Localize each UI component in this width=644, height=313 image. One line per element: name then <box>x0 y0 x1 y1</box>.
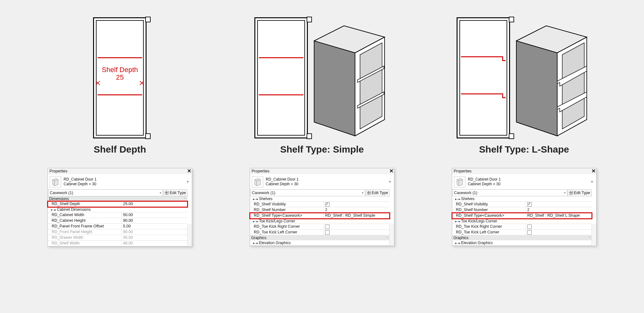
svg-rect-37 <box>571 193 573 194</box>
scrollbar[interactable] <box>187 224 192 246</box>
cabinet-front-elevation <box>457 17 510 138</box>
properties-panel: Properties ✕ RD_Cabinet Door 1 Cabinet D… <box>47 168 192 247</box>
shelf-line <box>97 57 142 58</box>
panel-title: Properties <box>252 169 269 173</box>
chevron-down-icon[interactable]: ▼ <box>186 179 190 185</box>
family-thumbnail-icon <box>50 176 61 187</box>
edit-type-button[interactable]: Edit Type <box>568 189 592 196</box>
svg-rect-20 <box>369 191 370 193</box>
subgroup-toe-kick[interactable]: Toe Kick/Legs Corner <box>250 219 390 224</box>
subgroup-elevation-graphics[interactable]: Elevation Graphics <box>250 240 390 246</box>
cabinet-front-elevation <box>254 17 308 138</box>
type-selector[interactable]: RD_Cabinet Door 1 Cabinet Depth = 30 ▼ <box>48 174 192 189</box>
group-header-graphics[interactable]: Graphics⌃ <box>250 235 390 240</box>
type-selector[interactable]: RD_Cabinet Door 1Cabinet Depth = 30 ▼ <box>452 174 596 189</box>
svg-marker-0 <box>53 178 58 186</box>
type-selector[interactable]: RD_Cabinet Door 1Cabinet Depth = 30 ▼ <box>250 174 394 189</box>
shelf-line <box>259 57 303 58</box>
properties-panel: Properties ✕ RD_Cabinet Door 1Cabinet De… <box>452 168 597 246</box>
svg-rect-21 <box>367 193 369 194</box>
chevron-down-icon[interactable]: ▼ <box>388 179 392 185</box>
property-row[interactable]: RD_Panel Front Frame Offset5.00 <box>48 224 187 229</box>
shelf-l-line <box>461 56 506 61</box>
dimension-label: Shelf Depth 25 <box>93 66 147 81</box>
panel-title: Properties <box>49 169 67 173</box>
checkbox[interactable] <box>527 202 532 207</box>
close-icon[interactable]: ✕ <box>389 169 393 174</box>
property-row[interactable]: RD_Drawer Width45.00 <box>48 235 187 241</box>
edit-type-icon <box>569 191 573 195</box>
category-filter-dropdown[interactable]: Casework (1)▾ <box>250 189 365 196</box>
family-thumbnail-icon <box>252 176 263 187</box>
subgroup-shelves[interactable]: Shelves <box>452 196 592 202</box>
svg-rect-34 <box>569 191 571 193</box>
shelf-l-line <box>461 93 506 98</box>
property-row[interactable]: RD_Shelf Number2 <box>250 207 390 213</box>
category-filter-dropdown[interactable]: Casework (1)▾ <box>452 189 567 196</box>
shelf-line <box>259 94 303 95</box>
close-icon[interactable]: ✕ <box>591 169 596 174</box>
property-row-highlighted[interactable]: RD_Shelf Type<Casework> RD_Shelf : RD_Sh… <box>452 213 592 219</box>
checkbox[interactable] <box>527 230 532 235</box>
svg-marker-10 <box>314 41 355 136</box>
svg-rect-4 <box>165 191 166 193</box>
family-thumbnail-icon <box>454 176 465 187</box>
svg-rect-6 <box>165 193 166 194</box>
svg-marker-30 <box>457 178 463 186</box>
subgroup-shelves[interactable]: Shelves <box>250 196 390 202</box>
svg-rect-7 <box>167 193 168 194</box>
edit-type-button[interactable]: Edit Type <box>163 189 187 196</box>
cabinet-3d-view <box>507 13 592 138</box>
svg-marker-12 <box>360 43 382 129</box>
property-row[interactable]: RD_Cabinet Width50.00 <box>48 212 187 218</box>
property-row[interactable]: RD_Cabinet Height90.00 <box>48 218 187 224</box>
property-row[interactable]: RD_Shelf Number2 <box>452 207 592 213</box>
cabinet-3d-view <box>305 13 390 138</box>
property-row[interactable]: RD_Toe Kick Right Corner <box>452 224 592 230</box>
property-row[interactable]: RD_Toe Kick Left Corner <box>452 230 592 235</box>
svg-rect-36 <box>569 193 571 194</box>
property-row[interactable]: RD_Shelf Width46.00 <box>48 241 187 246</box>
group-header-graphics[interactable]: Graphics⌃ <box>452 235 592 240</box>
svg-marker-25 <box>516 41 557 136</box>
group-header-dimensions[interactable]: Dimensions⌃ <box>48 196 187 201</box>
checkbox[interactable] <box>527 225 532 229</box>
cabinet-front-elevation: Shelf Depth 25 <box>93 17 147 138</box>
shelf-line <box>97 94 142 95</box>
edit-type-button[interactable]: Edit Type <box>365 189 390 196</box>
subgroup-toe-kick[interactable]: Toe Kick/Legs Corner <box>452 219 592 224</box>
subgroup-cabinet-dimensions[interactable]: Cabinet Dimensions <box>48 207 187 212</box>
svg-marker-27 <box>562 43 584 129</box>
panel-title: Properties <box>454 169 472 173</box>
scrollbar[interactable] <box>389 224 394 246</box>
checkbox[interactable] <box>325 225 330 229</box>
edit-type-icon <box>165 191 169 195</box>
caption: Shelf Type: L-Shape <box>479 144 569 155</box>
category-filter-dropdown[interactable]: Casework (1)▾ <box>48 189 163 196</box>
svg-marker-15 <box>255 178 260 186</box>
property-row[interactable]: RD_Front Panel Height90.00 <box>48 229 187 235</box>
caption: Shelf Depth <box>94 144 146 155</box>
svg-rect-5 <box>167 191 168 193</box>
subgroup-elevation-graphics[interactable]: Elevation Graphics <box>452 240 592 246</box>
caption: Shelf Type: Simple <box>280 144 364 155</box>
svg-rect-19 <box>367 191 369 193</box>
properties-panel: Properties ✕ RD_Cabinet Door 1Cabinet De… <box>250 168 394 246</box>
svg-rect-35 <box>571 191 573 193</box>
property-row[interactable]: RD_Shelf Visibility <box>452 202 592 207</box>
svg-rect-22 <box>369 193 370 194</box>
close-icon[interactable]: ✕ <box>187 169 191 174</box>
property-row-highlighted[interactable]: RD_Shelf Type<Casework> RD_Shelf : RD_Sh… <box>250 213 390 219</box>
checkbox[interactable] <box>325 202 330 207</box>
scrollbar[interactable] <box>591 224 596 246</box>
property-row[interactable]: RD_Toe Kick Left Corner <box>250 230 390 235</box>
edit-type-icon <box>367 191 371 195</box>
chevron-down-icon[interactable]: ▼ <box>590 179 594 185</box>
property-row[interactable]: RD_Toe Kick Right Corner <box>250 224 390 230</box>
property-row[interactable]: RD_Shelf Visibility <box>250 202 390 207</box>
checkbox[interactable] <box>325 230 330 235</box>
property-row-highlighted[interactable]: RD_Shelf Depth 25.00 <box>48 201 187 207</box>
